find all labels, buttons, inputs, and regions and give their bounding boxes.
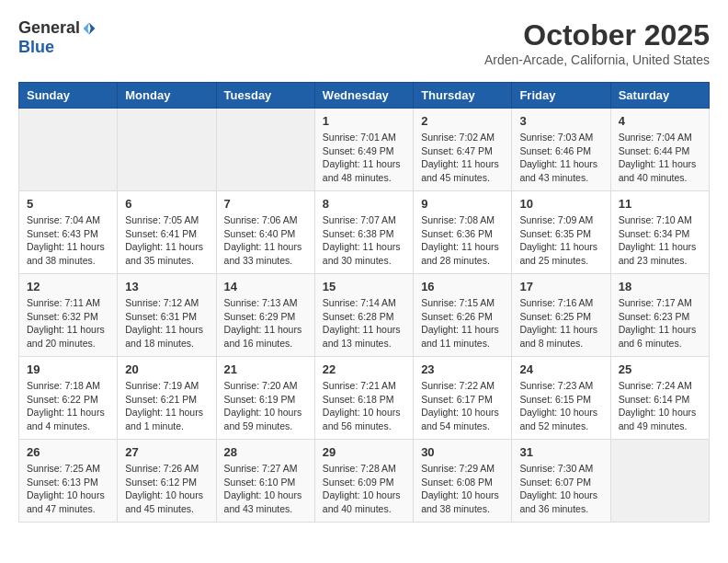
- header-cell-saturday: Saturday: [610, 83, 709, 109]
- day-cell-12: 12Sunrise: 7:11 AMSunset: 6:32 PMDayligh…: [19, 274, 118, 357]
- day-number: 25: [619, 362, 701, 376]
- day-number: 2: [421, 114, 504, 128]
- month-title: October 2025: [484, 18, 710, 52]
- day-number: 3: [519, 114, 602, 128]
- week-row-4: 19Sunrise: 7:18 AMSunset: 6:22 PMDayligh…: [19, 357, 710, 440]
- day-cell-3: 3Sunrise: 7:03 AMSunset: 6:46 PMDaylight…: [512, 109, 610, 191]
- day-cell-10: 10Sunrise: 7:09 AMSunset: 6:35 PMDayligh…: [512, 191, 610, 274]
- day-info: Sunrise: 7:13 AMSunset: 6:29 PMDaylight:…: [224, 296, 307, 350]
- day-info: Sunrise: 7:11 AMSunset: 6:32 PMDaylight:…: [27, 296, 109, 350]
- day-info: Sunrise: 7:24 AMSunset: 6:14 PMDaylight:…: [619, 379, 701, 433]
- day-number: 29: [323, 445, 405, 459]
- day-cell-21: 21Sunrise: 7:20 AMSunset: 6:19 PMDayligh…: [216, 357, 314, 440]
- day-number: 30: [421, 445, 504, 459]
- header-cell-thursday: Thursday: [414, 83, 512, 109]
- header-cell-tuesday: Tuesday: [216, 83, 314, 109]
- day-number: 31: [519, 445, 602, 459]
- day-cell-13: 13Sunrise: 7:12 AMSunset: 6:31 PMDayligh…: [118, 274, 216, 357]
- day-info: Sunrise: 7:19 AMSunset: 6:21 PMDaylight:…: [125, 379, 208, 433]
- day-cell-20: 20Sunrise: 7:19 AMSunset: 6:21 PMDayligh…: [118, 357, 216, 440]
- day-info: Sunrise: 7:23 AMSunset: 6:15 PMDaylight:…: [519, 379, 602, 433]
- day-number: 17: [519, 280, 602, 293]
- week-row-2: 5Sunrise: 7:04 AMSunset: 6:43 PMDaylight…: [19, 191, 710, 274]
- day-number: 10: [519, 197, 602, 211]
- day-number: 7: [224, 197, 307, 211]
- logo: General Blue: [18, 18, 97, 57]
- day-cell-24: 24Sunrise: 7:23 AMSunset: 6:15 PMDayligh…: [512, 357, 610, 440]
- day-cell-9: 9Sunrise: 7:08 AMSunset: 6:36 PMDaylight…: [414, 191, 512, 274]
- empty-cell: [610, 440, 709, 523]
- day-info: Sunrise: 7:22 AMSunset: 6:17 PMDaylight:…: [421, 379, 504, 433]
- day-number: 27: [125, 445, 208, 459]
- day-number: 12: [27, 280, 109, 293]
- day-info: Sunrise: 7:12 AMSunset: 6:31 PMDaylight:…: [125, 296, 208, 350]
- day-cell-4: 4Sunrise: 7:04 AMSunset: 6:44 PMDaylight…: [610, 109, 709, 191]
- day-info: Sunrise: 7:29 AMSunset: 6:08 PMDaylight:…: [421, 462, 504, 516]
- day-info: Sunrise: 7:04 AMSunset: 6:44 PMDaylight:…: [619, 131, 701, 185]
- location-text: Arden-Arcade, California, United States: [484, 52, 710, 67]
- day-info: Sunrise: 7:26 AMSunset: 6:12 PMDaylight:…: [125, 462, 208, 516]
- day-cell-14: 14Sunrise: 7:13 AMSunset: 6:29 PMDayligh…: [216, 274, 314, 357]
- day-info: Sunrise: 7:28 AMSunset: 6:09 PMDaylight:…: [323, 462, 405, 516]
- day-cell-31: 31Sunrise: 7:30 AMSunset: 6:07 PMDayligh…: [512, 440, 610, 523]
- day-cell-29: 29Sunrise: 7:28 AMSunset: 6:09 PMDayligh…: [314, 440, 413, 523]
- day-cell-30: 30Sunrise: 7:29 AMSunset: 6:08 PMDayligh…: [414, 440, 512, 523]
- day-info: Sunrise: 7:08 AMSunset: 6:36 PMDaylight:…: [421, 213, 504, 268]
- calendar-body: 1Sunrise: 7:01 AMSunset: 6:49 PMDaylight…: [19, 109, 710, 523]
- header-cell-monday: Monday: [118, 83, 216, 109]
- day-number: 15: [323, 280, 405, 293]
- day-info: Sunrise: 7:06 AMSunset: 6:40 PMDaylight:…: [224, 213, 307, 268]
- day-cell-25: 25Sunrise: 7:24 AMSunset: 6:14 PMDayligh…: [610, 357, 709, 440]
- day-number: 11: [619, 197, 701, 211]
- day-number: 24: [519, 362, 602, 376]
- svg-marker-0: [89, 22, 95, 34]
- day-info: Sunrise: 7:09 AMSunset: 6:35 PMDaylight:…: [519, 213, 602, 268]
- day-number: 18: [619, 280, 701, 293]
- header-cell-wednesday: Wednesday: [314, 83, 413, 109]
- logo-icon: [82, 21, 97, 36]
- header-row: SundayMondayTuesdayWednesdayThursdayFrid…: [19, 83, 710, 109]
- day-info: Sunrise: 7:02 AMSunset: 6:47 PMDaylight:…: [421, 131, 504, 185]
- day-number: 1: [323, 114, 405, 128]
- day-info: Sunrise: 7:16 AMSunset: 6:25 PMDaylight:…: [519, 296, 602, 350]
- day-number: 16: [421, 280, 504, 293]
- day-info: Sunrise: 7:03 AMSunset: 6:46 PMDaylight:…: [519, 131, 602, 185]
- day-number: 6: [125, 197, 208, 211]
- day-info: Sunrise: 7:01 AMSunset: 6:49 PMDaylight:…: [323, 131, 405, 185]
- day-cell-11: 11Sunrise: 7:10 AMSunset: 6:34 PMDayligh…: [610, 191, 709, 274]
- day-cell-27: 27Sunrise: 7:26 AMSunset: 6:12 PMDayligh…: [118, 440, 216, 523]
- day-number: 5: [27, 197, 109, 211]
- day-cell-26: 26Sunrise: 7:25 AMSunset: 6:13 PMDayligh…: [19, 440, 118, 523]
- title-section: October 2025 Arden-Arcade, California, U…: [484, 18, 710, 67]
- day-cell-23: 23Sunrise: 7:22 AMSunset: 6:17 PMDayligh…: [414, 357, 512, 440]
- day-number: 19: [27, 362, 109, 376]
- calendar-table: SundayMondayTuesdayWednesdayThursdayFrid…: [18, 82, 710, 523]
- day-cell-19: 19Sunrise: 7:18 AMSunset: 6:22 PMDayligh…: [19, 357, 118, 440]
- day-cell-8: 8Sunrise: 7:07 AMSunset: 6:38 PMDaylight…: [314, 191, 413, 274]
- day-number: 28: [224, 445, 307, 459]
- day-info: Sunrise: 7:17 AMSunset: 6:23 PMDaylight:…: [619, 296, 701, 350]
- day-cell-16: 16Sunrise: 7:15 AMSunset: 6:26 PMDayligh…: [414, 274, 512, 357]
- week-row-5: 26Sunrise: 7:25 AMSunset: 6:13 PMDayligh…: [19, 440, 710, 523]
- week-row-3: 12Sunrise: 7:11 AMSunset: 6:32 PMDayligh…: [19, 274, 710, 357]
- day-cell-5: 5Sunrise: 7:04 AMSunset: 6:43 PMDaylight…: [19, 191, 118, 274]
- week-row-1: 1Sunrise: 7:01 AMSunset: 6:49 PMDaylight…: [19, 109, 710, 191]
- day-number: 13: [125, 280, 208, 293]
- day-info: Sunrise: 7:20 AMSunset: 6:19 PMDaylight:…: [224, 379, 307, 433]
- day-info: Sunrise: 7:21 AMSunset: 6:18 PMDaylight:…: [323, 379, 405, 433]
- day-info: Sunrise: 7:27 AMSunset: 6:10 PMDaylight:…: [224, 462, 307, 516]
- svg-marker-1: [84, 22, 89, 34]
- day-info: Sunrise: 7:05 AMSunset: 6:41 PMDaylight:…: [125, 213, 208, 268]
- empty-cell: [216, 109, 314, 191]
- day-number: 9: [421, 197, 504, 211]
- header-cell-friday: Friday: [512, 83, 610, 109]
- day-cell-2: 2Sunrise: 7:02 AMSunset: 6:47 PMDaylight…: [414, 109, 512, 191]
- day-number: 8: [323, 197, 405, 211]
- day-info: Sunrise: 7:25 AMSunset: 6:13 PMDaylight:…: [27, 462, 109, 516]
- day-info: Sunrise: 7:04 AMSunset: 6:43 PMDaylight:…: [27, 213, 109, 268]
- logo-blue-text: Blue: [18, 38, 54, 57]
- empty-cell: [118, 109, 216, 191]
- day-number: 20: [125, 362, 208, 376]
- day-info: Sunrise: 7:15 AMSunset: 6:26 PMDaylight:…: [421, 296, 504, 350]
- day-cell-7: 7Sunrise: 7:06 AMSunset: 6:40 PMDaylight…: [216, 191, 314, 274]
